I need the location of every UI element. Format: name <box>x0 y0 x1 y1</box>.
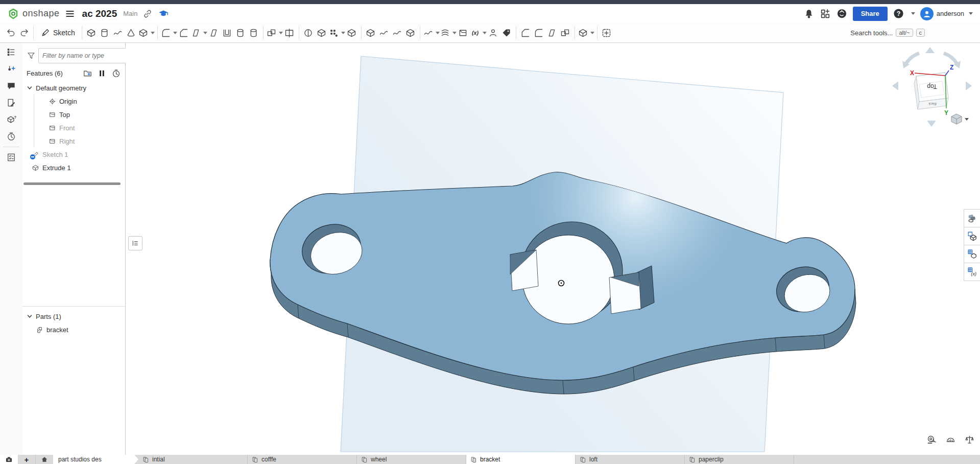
feature-list-toggle-button[interactable] <box>128 236 142 250</box>
tab-wheel[interactable]: wheel <box>357 455 466 464</box>
redo-button[interactable] <box>17 25 31 40</box>
offset-surface-button[interactable] <box>377 25 391 40</box>
helix-button[interactable] <box>440 25 457 40</box>
draft-dropdown-caret-icon[interactable] <box>203 32 207 34</box>
model-scene[interactable] <box>126 43 980 455</box>
home-tab-button[interactable] <box>36 455 53 464</box>
shell-button[interactable] <box>221 25 234 40</box>
suppress-icon[interactable] <box>98 69 106 78</box>
document-outline-icon[interactable] <box>6 47 16 57</box>
configuration-variables-panel-button[interactable]: (x) <box>964 263 980 281</box>
tab-intial[interactable]: intial <box>138 455 248 464</box>
tag-button[interactable] <box>500 25 513 40</box>
tape-measure-icon[interactable] <box>926 434 937 445</box>
display-states-panel-button[interactable] <box>964 227 980 245</box>
feature-item-front[interactable]: Front <box>34 121 125 134</box>
configurations-panel-button[interactable] <box>964 245 980 263</box>
fillet-button[interactable] <box>160 25 177 40</box>
thicken-button[interactable] <box>138 25 155 40</box>
boolean-button[interactable] <box>266 25 283 40</box>
frame-button[interactable] <box>578 25 594 40</box>
extrude-button[interactable] <box>85 25 98 40</box>
draft-button[interactable] <box>190 25 207 40</box>
onshape-logo[interactable]: onshape <box>7 8 60 20</box>
new-tab-button[interactable]: + <box>18 455 36 464</box>
release-notes-icon[interactable] <box>6 98 16 108</box>
tab-manager-breadcrumb[interactable]: part studios des <box>53 455 138 464</box>
rotate-up-arrow[interactable] <box>925 47 935 53</box>
sweep-button[interactable] <box>111 25 125 40</box>
mirror-button[interactable] <box>302 25 315 40</box>
features-hscrollbar[interactable] <box>23 182 121 185</box>
document-title[interactable]: ac 2025 <box>82 8 117 19</box>
variable-button[interactable]: (x) <box>470 25 487 40</box>
fill-surface-button[interactable] <box>391 25 404 40</box>
frame-dropdown-caret-icon[interactable] <box>590 32 594 34</box>
origin-marker[interactable] <box>559 281 564 286</box>
move-face-button[interactable] <box>364 25 377 40</box>
plane-feature-button[interactable] <box>457 25 470 40</box>
search-tools[interactable]: Search tools... alt/~ c <box>850 29 925 37</box>
feature-item-origin[interactable]: Origin <box>34 95 125 108</box>
tab-loft[interactable]: loft <box>576 455 685 464</box>
feature-item-extrude-1[interactable]: Extrude 1 <box>22 161 125 174</box>
mate-connector-button[interactable] <box>487 25 500 40</box>
workspace-name[interactable]: Main <box>123 10 137 17</box>
circular-pattern-dropdown-caret-icon[interactable] <box>341 32 345 34</box>
camera-icon[interactable] <box>5 456 13 463</box>
bell-icon[interactable] <box>803 8 815 19</box>
thread-button[interactable] <box>247 25 260 40</box>
boolean-dropdown-caret-icon[interactable] <box>279 32 283 34</box>
comments-icon[interactable] <box>6 81 16 91</box>
delete-part-button[interactable] <box>345 25 358 40</box>
chamfer-button[interactable] <box>177 25 190 40</box>
sheet-metal-model-button[interactable] <box>519 25 532 40</box>
view-mode-button[interactable] <box>951 114 969 124</box>
sketch-button[interactable]: Sketch <box>36 25 79 40</box>
surface-button[interactable] <box>423 25 440 40</box>
hamburger-icon[interactable] <box>65 9 75 19</box>
add-folder-icon[interactable] <box>83 68 92 78</box>
transform-button[interactable] <box>315 25 328 40</box>
view-cube[interactable]: Top Back X Z Y <box>891 44 979 132</box>
roll-right-arrow[interactable] <box>944 53 958 64</box>
share-button[interactable]: Share <box>853 7 888 21</box>
rotate-left-arrow[interactable] <box>892 81 898 90</box>
surface-dropdown-caret-icon[interactable] <box>436 32 440 34</box>
app-grid-icon[interactable] <box>820 8 831 19</box>
filter-icon[interactable] <box>27 51 36 60</box>
revolve-button[interactable] <box>98 25 111 40</box>
mass-properties-icon[interactable] <box>964 434 975 445</box>
feature-item-sketch-1[interactable]: Sketch 1 <box>22 148 125 161</box>
thicken-dropdown-caret-icon[interactable] <box>151 32 155 34</box>
undo-button[interactable] <box>4 25 17 40</box>
graduation-cap-icon[interactable] <box>158 8 169 19</box>
part-item-bracket[interactable]: bracket <box>22 323 125 336</box>
loft-button[interactable] <box>125 25 138 40</box>
rotate-right-arrow[interactable] <box>966 81 972 90</box>
graphics-viewport[interactable]: Top Back X Z Y (x) <box>126 43 980 455</box>
tab-bracket[interactable]: bracket <box>466 455 576 464</box>
rib-button[interactable] <box>207 25 221 40</box>
performance-icon[interactable] <box>6 131 16 142</box>
protractor-icon[interactable] <box>945 434 956 445</box>
feature-item-right[interactable]: Right <box>34 134 125 148</box>
sheet-metal-joint-button[interactable] <box>559 25 572 40</box>
tab-cofffe[interactable]: cofffe <box>248 455 357 464</box>
help-icon[interactable]: ? <box>893 8 904 19</box>
roll-left-arrow[interactable] <box>905 53 919 64</box>
split-button[interactable] <box>283 25 296 40</box>
cut-list-icon[interactable] <box>6 152 16 163</box>
rotate-down-arrow[interactable] <box>927 121 936 127</box>
help-caret-icon[interactable] <box>911 12 915 15</box>
sheet-metal-bend-button[interactable] <box>545 25 559 40</box>
circular-pattern-button[interactable] <box>328 25 345 40</box>
share-link-icon[interactable] <box>142 9 153 19</box>
hole-button[interactable] <box>234 25 247 40</box>
feature-item-top[interactable]: Top <box>34 108 125 121</box>
part-help-icon[interactable]: ? <box>6 114 16 125</box>
feature-item-default-geometry[interactable]: Default geometry <box>22 81 125 95</box>
user-menu[interactable]: anderson <box>920 7 973 20</box>
feature-filter-input[interactable] <box>38 48 130 63</box>
rollback-icon[interactable] <box>111 68 121 78</box>
